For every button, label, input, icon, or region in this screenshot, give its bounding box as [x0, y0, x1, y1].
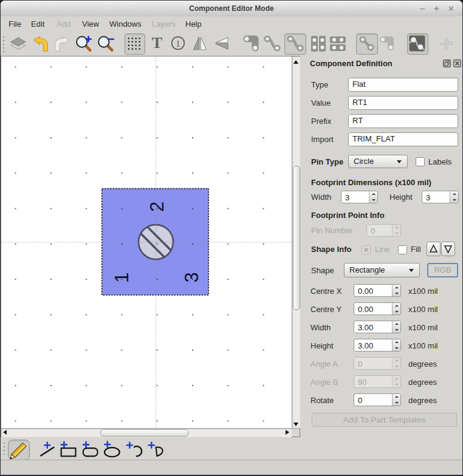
- svg-text:1: 1: [176, 39, 180, 49]
